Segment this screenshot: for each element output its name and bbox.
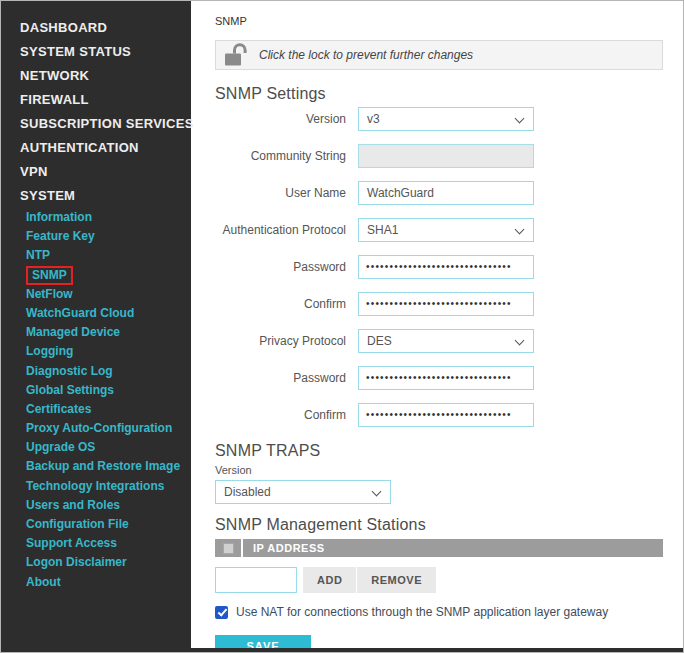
- selected-item-highlight: SNMP: [26, 266, 73, 285]
- sidebar-subitem-proxy-auto-configuration[interactable]: Proxy Auto-Configuration: [1, 419, 191, 438]
- field-value: •••••••••••••••••••••••••••••••: [359, 256, 533, 278]
- sidebar-subitem-logon-disclaimer[interactable]: Logon Disclaimer: [1, 553, 191, 572]
- unlock-icon[interactable]: [224, 43, 250, 67]
- snmp-settings-title: SNMP Settings: [215, 85, 663, 103]
- traps-version-label: Version: [215, 464, 663, 476]
- field-value: •••••••••••••••••••••••••••••••: [359, 404, 533, 426]
- sidebar-subitem-netflow[interactable]: NetFlow: [1, 285, 191, 304]
- field-value: •••••••••••••••••••••••••••••••: [359, 293, 533, 315]
- lock-bar: Click the lock to prevent further change…: [215, 40, 663, 70]
- sidebar-item-authentication[interactable]: AUTHENTICATION: [1, 136, 191, 160]
- nat-checkbox[interactable]: [215, 606, 228, 619]
- sidebar-subitem-snmp[interactable]: SNMP: [1, 266, 191, 285]
- sidebar-subitem-backup-and-restore-image[interactable]: Backup and Restore Image: [1, 457, 191, 476]
- app-window: DASHBOARDSYSTEM STATUSNETWORKFIREWALLSUB…: [0, 0, 684, 653]
- sidebar-subitem-managed-device[interactable]: Managed Device: [1, 323, 191, 342]
- password-password-input[interactable]: •••••••••••••••••••••••••••••••: [358, 366, 534, 390]
- sidebar-subitem-technology-integrations[interactable]: Technology Integrations: [1, 477, 191, 496]
- version-select[interactable]: v3: [358, 107, 534, 131]
- sidebar-subitem-users-and-roles[interactable]: Users and Roles: [1, 496, 191, 515]
- confirm-password-input[interactable]: •••••••••••••••••••••••••••••••: [358, 292, 534, 316]
- field-label: User Name: [215, 186, 346, 200]
- field-value: DES: [359, 330, 533, 352]
- sidebar-subitem-information[interactable]: Information: [1, 208, 191, 227]
- form-row-authentication-protocol-3: Authentication ProtocolSHA1: [215, 218, 663, 242]
- ip-address-input[interactable]: [215, 567, 297, 593]
- stations-table-header: IP ADDRESS: [215, 539, 663, 557]
- sidebar-nav: DASHBOARDSYSTEM STATUSNETWORKFIREWALLSUB…: [1, 16, 191, 592]
- sidebar-subitem-ntp[interactable]: NTP: [1, 246, 191, 265]
- sidebar-subitem-watchguard-cloud[interactable]: WatchGuard Cloud: [1, 304, 191, 323]
- sidebar: DASHBOARDSYSTEM STATUSNETWORKFIREWALLSUB…: [1, 1, 191, 652]
- sidebar-subitem-certificates[interactable]: Certificates: [1, 400, 191, 419]
- sidebar-subitem-about[interactable]: About: [1, 573, 191, 592]
- sidebar-subitem-support-access[interactable]: Support Access: [1, 534, 191, 553]
- authentication-protocol-select[interactable]: SHA1: [358, 218, 534, 242]
- main-content: SNMP Click the lock to prevent further c…: [191, 1, 683, 652]
- field-value: SHA1: [359, 219, 533, 241]
- form-row-privacy-protocol-6: Privacy ProtocolDES: [215, 329, 663, 353]
- field-value: •••••••••••••••••••••••••••••••: [359, 367, 533, 389]
- sidebar-item-vpn[interactable]: VPN: [1, 160, 191, 184]
- sidebar-subitem-diagnostic-log[interactable]: Diagnostic Log: [1, 362, 191, 381]
- select-all-checkbox[interactable]: [223, 543, 234, 554]
- traps-version-select[interactable]: Disabled: [215, 480, 391, 504]
- user-name-input[interactable]: WatchGuard: [358, 181, 534, 205]
- station-buttons: ADD REMOVE: [303, 567, 436, 593]
- sidebar-item-network[interactable]: NETWORK: [1, 64, 191, 88]
- field-label: Version: [215, 112, 346, 126]
- field-label: Password: [215, 371, 346, 385]
- form-row-user-name-2: User NameWatchGuard: [215, 181, 663, 205]
- form-row-password-7: Password•••••••••••••••••••••••••••••••: [215, 366, 663, 390]
- sidebar-subitem-global-settings[interactable]: Global Settings: [1, 381, 191, 400]
- management-stations-title: SNMP Management Stations: [215, 516, 663, 534]
- password-password-input[interactable]: •••••••••••••••••••••••••••••••: [358, 255, 534, 279]
- form-row-version-0: Versionv3: [215, 107, 663, 131]
- sidebar-item-firewall[interactable]: FIREWALL: [1, 88, 191, 112]
- nat-checkbox-label: Use NAT for connections through the SNMP…: [236, 605, 608, 619]
- form-row-password-4: Password•••••••••••••••••••••••••••••••: [215, 255, 663, 279]
- breadcrumb: SNMP: [215, 15, 663, 27]
- sidebar-subitem-logging[interactable]: Logging: [1, 342, 191, 361]
- privacy-protocol-select[interactable]: DES: [358, 329, 534, 353]
- field-label: Privacy Protocol: [215, 334, 346, 348]
- sidebar-subitem-feature-key[interactable]: Feature Key: [1, 227, 191, 246]
- nat-option-row: Use NAT for connections through the SNMP…: [215, 605, 663, 619]
- field-label: Authentication Protocol: [215, 223, 346, 237]
- sidebar-item-system[interactable]: SYSTEM: [1, 184, 191, 208]
- field-label: Community String: [215, 149, 346, 163]
- sidebar-item-system-status[interactable]: SYSTEM STATUS: [1, 40, 191, 64]
- field-value: v3: [359, 108, 533, 130]
- snmp-traps-title: SNMP TRAPS: [215, 442, 663, 460]
- snmp-settings-form: Versionv3Community StringUser NameWatchG…: [215, 107, 663, 427]
- form-row-community-string-1: Community String: [215, 144, 663, 168]
- confirm-password-input[interactable]: •••••••••••••••••••••••••••••••: [358, 403, 534, 427]
- lock-bar-message: Click the lock to prevent further change…: [259, 48, 473, 62]
- traps-version-value: Disabled: [216, 481, 390, 503]
- bottom-bar: [1, 648, 683, 652]
- community-string-input: [358, 144, 534, 168]
- field-value: WatchGuard: [359, 182, 533, 204]
- add-button[interactable]: ADD: [303, 567, 356, 593]
- remove-button[interactable]: REMOVE: [357, 567, 436, 593]
- ip-address-column-header: IP ADDRESS: [243, 539, 663, 557]
- sidebar-subitem-upgrade-os[interactable]: Upgrade OS: [1, 438, 191, 457]
- station-add-row: ADD REMOVE: [215, 567, 663, 593]
- form-row-confirm-8: Confirm•••••••••••••••••••••••••••••••: [215, 403, 663, 427]
- form-row-confirm-5: Confirm•••••••••••••••••••••••••••••••: [215, 292, 663, 316]
- sidebar-item-dashboard[interactable]: DASHBOARD: [1, 16, 191, 40]
- field-label: Password: [215, 260, 346, 274]
- select-all-cell: [215, 539, 241, 557]
- sidebar-subitem-configuration-file[interactable]: Configuration File: [1, 515, 191, 534]
- field-label: Confirm: [215, 297, 346, 311]
- field-label: Confirm: [215, 408, 346, 422]
- sidebar-item-subscription-services[interactable]: SUBSCRIPTION SERVICES: [1, 112, 191, 136]
